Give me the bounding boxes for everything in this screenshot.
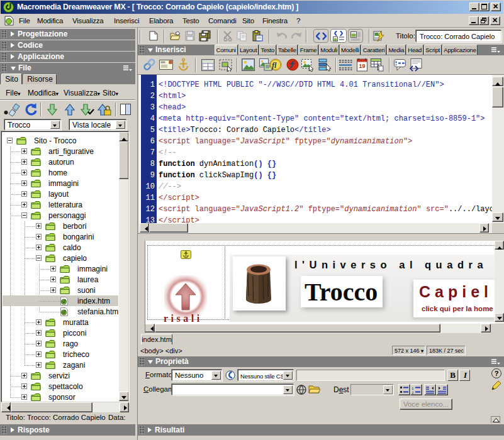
svg-text:fl: fl [272,61,277,70]
svg-text:2: 2 [412,391,414,394]
svg-text:19: 19 [359,63,366,69]
svg-text:1: 1 [412,387,414,390]
